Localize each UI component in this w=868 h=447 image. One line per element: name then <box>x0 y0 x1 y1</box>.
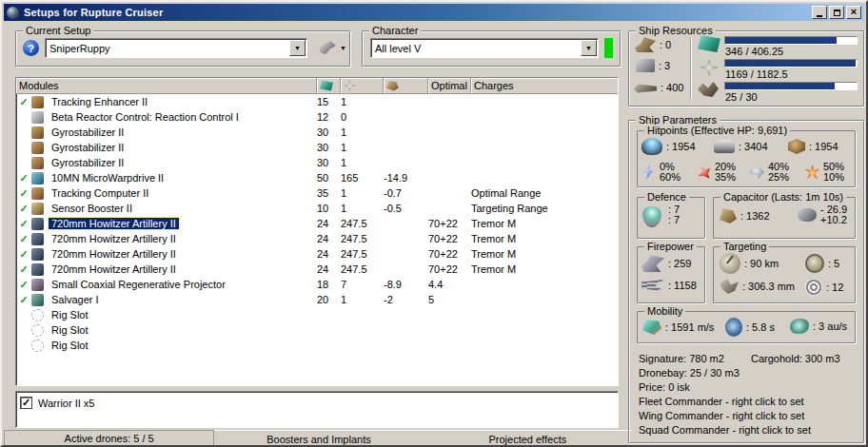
module-row[interactable]: ✓720mm Howitzer Artillery II24247.570+22… <box>16 246 618 262</box>
module-name: 10MN MicroWarpdrive II <box>49 172 167 184</box>
module-row[interactable]: Rig Slot <box>16 322 618 338</box>
column-header-modules[interactable]: Modules <box>16 78 317 93</box>
drone-list-item[interactable]: ✓ Warrior II x5 <box>20 395 618 411</box>
volley-value: : 1158 <box>668 280 697 291</box>
module-row[interactable]: ✓Tracking Computer II351-0.7Optimal Rang… <box>16 185 618 201</box>
column-header-cpu[interactable] <box>317 78 341 93</box>
thermal-resist: 20%35% <box>697 162 736 183</box>
mobility-label: Mobility <box>644 305 685 317</box>
module-row[interactable]: Rig Slot <box>16 307 618 322</box>
character-select[interactable]: All level V ▼ <box>370 38 599 58</box>
module-row[interactable]: ✓720mm Howitzer Artillery II24247.570+22… <box>16 231 618 246</box>
module-cap-use: -8.9 <box>384 279 428 290</box>
module-row[interactable]: Gyrostabilizer II301 <box>16 140 618 155</box>
fitted-check-icon: ✓ <box>16 294 31 306</box>
module-charge: Optimal Range <box>471 187 618 199</box>
module-name: Rig Slot <box>49 309 91 321</box>
rig-slot-icon <box>31 309 44 321</box>
module-row[interactable]: ✓Salvager I201-25 <box>16 292 618 307</box>
fitted-check-icon: ✓ <box>16 172 31 185</box>
module-cpu: 10 <box>317 203 341 214</box>
maximize-button[interactable] <box>829 6 844 19</box>
kinetic-resist-bottom: 25% <box>768 172 789 183</box>
targeting-group: Targeting : 90 km : 5 : 306.3 mm : 12 <box>713 246 856 303</box>
module-row[interactable]: ✓10MN MicroWarpdrive II50165-14.9 <box>16 170 618 185</box>
fitted-check-icon: ✓ <box>16 248 31 261</box>
module-row[interactable]: ✓720mm Howitzer Artillery II24247.570+22… <box>16 262 618 277</box>
kinetic-resist: 40%25% <box>750 162 789 183</box>
module-row[interactable]: Beta Reactor Control: Reaction Control I… <box>16 109 618 125</box>
setups-window: Setups for Rupture Cruiser × Current Set… <box>0 0 868 447</box>
cpu-icon <box>698 35 720 52</box>
module-row[interactable]: ✓Tracking Enhancer II151 <box>16 94 618 109</box>
help-icon[interactable]: ? <box>23 40 39 56</box>
module-name: Gyrostabilizer II <box>49 126 127 138</box>
wing-commander-slot[interactable]: Wing Commander - right click to set <box>639 410 804 421</box>
setup-tools-button[interactable]: ▼ <box>315 39 350 56</box>
fleet-commander-slot[interactable]: Fleet Commander - right click to set <box>639 396 804 407</box>
module-charge: Tremor M <box>471 218 618 229</box>
scan-resolution-value: : 306.3 mm <box>742 281 795 292</box>
column-header-powergrid[interactable] <box>341 78 384 93</box>
column-header-capacitor[interactable] <box>384 78 428 93</box>
module-cpu: 15 <box>317 96 341 107</box>
module-row[interactable]: Rig Slot <box>16 338 618 353</box>
structure-hp-icon <box>788 139 805 154</box>
skill-level-indicator <box>604 38 613 58</box>
squad-commander-slot[interactable]: Squad Commander - right click to set <box>639 424 811 436</box>
volley-icon <box>641 280 664 291</box>
scan-resolution-icon <box>720 279 739 294</box>
projected-effects-panel-header[interactable]: Projected effects <box>424 430 632 447</box>
close-button[interactable]: × <box>846 6 861 19</box>
cargohold-text: Cargohold: 300 m3 <box>751 353 840 364</box>
chevron-down-icon[interactable]: ▼ <box>581 40 597 56</box>
module-cap-use: -2 <box>384 294 428 305</box>
explosive-resist: 50%10% <box>805 162 844 183</box>
ship-parameters-group: Ship Parameters Hitpoints (Effective HP:… <box>628 120 864 443</box>
modules-table-header: Modules Optimal Charges <box>16 78 618 94</box>
module-powergrid: 165 <box>341 172 384 184</box>
active-drones-panel-header[interactable]: Active drones: 5 / 5 <box>4 430 214 447</box>
module-icon <box>31 126 44 139</box>
module-cap-use: -0.5 <box>384 203 428 214</box>
capacitor-icon <box>386 81 399 91</box>
module-powergrid: 1 <box>341 187 384 199</box>
module-row[interactable]: Gyrostabilizer II301 <box>16 125 618 140</box>
minimize-button[interactable] <box>812 6 827 19</box>
module-row[interactable]: ✓Small Coaxial Regenerative Projector187… <box>16 277 618 292</box>
divider <box>690 37 691 100</box>
module-cap-use: -0.7 <box>384 187 428 199</box>
module-icon <box>31 157 44 169</box>
chevron-down-icon[interactable]: ▼ <box>289 40 306 56</box>
drone-label: Warrior II x5 <box>38 398 95 409</box>
column-header-optimal[interactable]: Optimal <box>428 78 471 93</box>
drone-checkbox[interactable]: ✓ <box>20 397 32 409</box>
thermal-icon <box>697 165 711 180</box>
calibration-icon <box>634 82 657 93</box>
module-powergrid: 1 <box>341 294 384 305</box>
module-cpu: 20 <box>317 294 341 305</box>
firepower-label: Firepower <box>644 241 697 252</box>
boosters-implants-panel-header[interactable]: Boosters and Implants <box>214 430 423 447</box>
module-icon <box>31 96 44 108</box>
module-optimal: 5 <box>428 294 471 305</box>
module-name: 720mm Howitzer Artillery II <box>49 233 179 244</box>
module-name: 720mm Howitzer Artillery II <box>49 248 179 260</box>
setup-select[interactable]: SniperRuppy ▼ <box>45 38 307 58</box>
module-cap-use: -14.9 <box>384 172 428 184</box>
module-name: 720mm Howitzer Artillery II <box>49 263 179 275</box>
max-velocity-value: : 1591 m/s <box>665 321 714 333</box>
defence-shield-icon <box>642 206 661 227</box>
module-cpu: 24 <box>317 263 341 275</box>
column-header-charges[interactable]: Charges <box>471 78 618 93</box>
module-row[interactable]: ✓720mm Howitzer Artillery II24247.570+22… <box>16 216 618 231</box>
module-name: 720mm Howitzer Artillery II <box>49 218 179 229</box>
module-cpu: 18 <box>317 279 341 290</box>
module-row[interactable]: ✓Sensor Booster II101-0.5Targeting Range <box>16 201 618 216</box>
max-targets-icon <box>805 254 824 273</box>
module-powergrid: 1 <box>341 126 384 138</box>
turret-hardpoints-value: : 0 <box>660 39 671 50</box>
signature-text: Signature: 780 m2 <box>639 353 724 364</box>
title-bar[interactable]: Setups for Rupture Cruiser × <box>4 4 864 21</box>
module-row[interactable]: Gyrostabilizer II301 <box>16 155 618 170</box>
